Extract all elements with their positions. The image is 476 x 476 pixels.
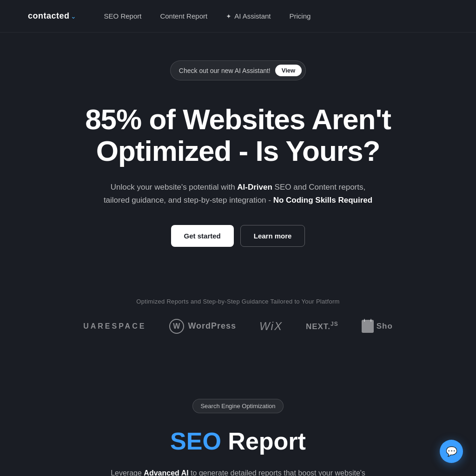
seo-section: Search Engine Optimization SEO Report Le… bbox=[0, 399, 476, 476]
platforms-section: Optimized Reports and Step-by-Step Guida… bbox=[0, 298, 476, 362]
learn-more-button[interactable]: Learn more bbox=[240, 225, 305, 247]
hero-buttons: Get started Learn more bbox=[171, 225, 305, 247]
wordpress-icon: W bbox=[169, 319, 184, 334]
subtitle-text-1: Unlock your website's potential with bbox=[111, 183, 238, 192]
nav-item-ai-assistant[interactable]: ✦ AI Assistant bbox=[226, 12, 271, 20]
nextjs-logo: NEXT.JS bbox=[306, 321, 338, 331]
shopify-logo: Sho bbox=[362, 320, 393, 333]
platforms-logos: UARESPACE W WordPress WiX NEXT.JS Sho bbox=[28, 319, 448, 334]
nav-item-seo-report[interactable]: SEO Report bbox=[104, 12, 142, 20]
seo-description: Leverage Advanced AI to generate detaile… bbox=[103, 467, 373, 476]
announcement-badge: Check out our new AI Assistant! View bbox=[170, 60, 306, 80]
shopify-bag-icon bbox=[362, 320, 374, 333]
seo-title: SEO Report bbox=[170, 427, 306, 455]
hero-title: 85% of Websites Aren't Optimized - Is Yo… bbox=[75, 104, 401, 167]
seo-plain-text: Report bbox=[221, 428, 306, 455]
badge-view-button[interactable]: View bbox=[275, 65, 302, 76]
nav-item-pricing[interactable]: Pricing bbox=[290, 12, 311, 20]
logo-checkmark-icon: ⌄ bbox=[71, 13, 76, 20]
hero-section: Check out our new AI Assistant! View 85%… bbox=[0, 33, 476, 298]
logo[interactable]: contacted ⌄ bbox=[28, 11, 76, 21]
navbar: contacted ⌄ SEO Report Content Report ✦ … bbox=[0, 0, 476, 33]
wordpress-logo: W WordPress bbox=[169, 319, 236, 334]
logo-text: contacted bbox=[28, 11, 70, 21]
subtitle-highlight: AI-Driven bbox=[237, 183, 272, 192]
seo-colored-text: SEO bbox=[170, 428, 221, 455]
wix-logo: WiX bbox=[259, 320, 283, 333]
platforms-label: Optimized Reports and Step-by-Step Guida… bbox=[28, 298, 448, 305]
chat-button[interactable]: 💬 bbox=[440, 440, 463, 463]
seo-desc-1: Leverage bbox=[111, 469, 144, 476]
get-started-button[interactable]: Get started bbox=[171, 225, 234, 247]
hero-subtitle: Unlock your website's potential with AI-… bbox=[103, 181, 373, 206]
seo-badge: Search Engine Optimization bbox=[192, 399, 283, 413]
badge-text: Check out our new AI Assistant! bbox=[179, 67, 271, 74]
ai-sparkle-icon: ✦ bbox=[226, 13, 231, 20]
nav-links: SEO Report Content Report ✦ AI Assistant… bbox=[104, 12, 311, 20]
seo-desc-bold: Advanced AI bbox=[144, 469, 188, 476]
section-divider bbox=[0, 362, 476, 399]
subtitle-bold: No Coding Skills Required bbox=[273, 196, 372, 205]
chat-icon: 💬 bbox=[446, 446, 457, 457]
squarespace-logo: UARESPACE bbox=[83, 322, 146, 331]
nav-item-content-report[interactable]: Content Report bbox=[160, 12, 207, 20]
